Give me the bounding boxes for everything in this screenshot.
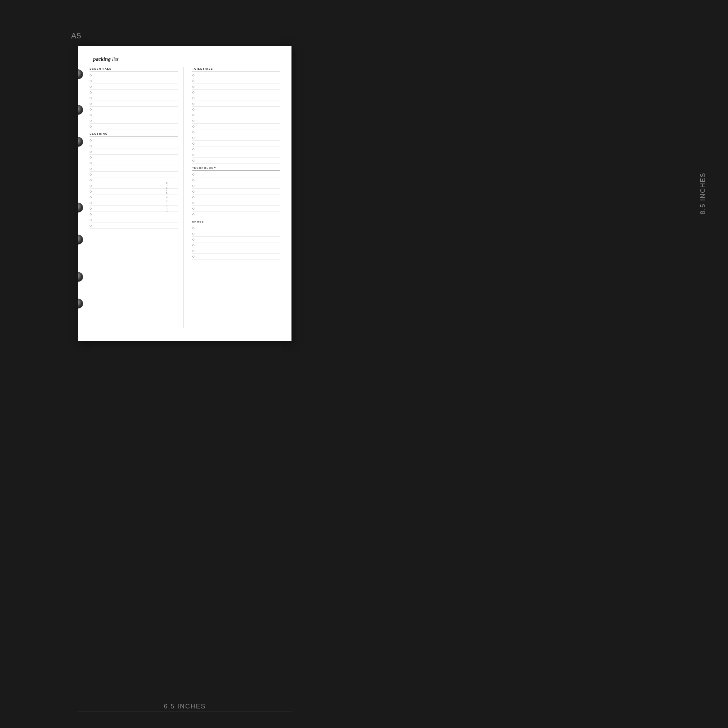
list-item[interactable] [90, 138, 178, 143]
dim-right-line-bottom [703, 217, 703, 341]
list-circle [192, 208, 194, 210]
list-item[interactable] [192, 101, 280, 107]
list-circle [90, 151, 92, 153]
dim-right-label: 8.5 INCHES [699, 173, 707, 214]
list-item[interactable] [192, 211, 280, 217]
list-circle [192, 80, 194, 82]
list-item[interactable] [192, 84, 280, 90]
list-item[interactable] [192, 158, 280, 164]
list-item[interactable] [90, 172, 178, 177]
list-item[interactable] [90, 223, 178, 229]
list-item[interactable] [192, 107, 280, 112]
list-circle [192, 173, 194, 176]
list-item[interactable] [90, 194, 178, 200]
ring-2 [78, 105, 83, 115]
list-item[interactable] [90, 118, 178, 124]
list-item[interactable] [192, 152, 280, 158]
list-item[interactable] [192, 95, 280, 101]
section-header-clothing: CLOTHING [90, 132, 178, 136]
dim-bottom-indicator: 6.5 INCHES [78, 703, 292, 712]
list-item[interactable] [90, 143, 178, 149]
list-item[interactable] [90, 154, 178, 160]
list-circle [192, 255, 194, 258]
list-item[interactable] [192, 72, 280, 78]
list-item[interactable] [90, 217, 178, 223]
list-circle [90, 125, 92, 128]
list-circle [90, 139, 92, 141]
list-item[interactable] [192, 200, 280, 206]
list-item[interactable] [192, 135, 280, 141]
list-item[interactable] [192, 194, 280, 200]
list-item[interactable] [90, 90, 178, 95]
list-circle [90, 208, 92, 210]
list-circle [192, 213, 194, 216]
list-circle [90, 103, 92, 105]
list-item[interactable] [90, 84, 178, 90]
left-column: ESSENTIALS CLOTHING [90, 67, 184, 328]
list-item[interactable] [192, 147, 280, 152]
list-item[interactable] [192, 237, 280, 242]
list-circle [90, 80, 92, 82]
list-item[interactable] [90, 177, 178, 183]
list-item[interactable] [90, 95, 178, 101]
section-header-technology: TECHNOLOGY [192, 166, 280, 171]
list-item[interactable] [90, 211, 178, 217]
list-item[interactable] [90, 124, 178, 129]
list-item[interactable] [192, 254, 280, 260]
list-item[interactable] [90, 78, 178, 84]
list-item[interactable] [90, 101, 178, 107]
list-item[interactable] [192, 248, 280, 254]
list-item[interactable] [90, 183, 178, 189]
list-item[interactable] [90, 160, 178, 166]
list-item[interactable] [90, 112, 178, 118]
page-card: CLOTH & PAPER packing list ESSENTIALS CL… [78, 46, 292, 341]
list-circle [90, 191, 92, 193]
list-item[interactable] [192, 225, 280, 231]
list-circle [90, 109, 92, 110]
list-item[interactable] [90, 189, 178, 194]
list-circle [192, 191, 194, 193]
list-circle [192, 160, 194, 162]
list-circle [90, 179, 92, 181]
list-item[interactable] [90, 107, 178, 112]
dim-bottom-line [78, 712, 292, 712]
list-item[interactable] [192, 189, 280, 194]
list-circle [192, 125, 194, 128]
list-item[interactable] [192, 112, 280, 118]
list-circle [192, 154, 194, 156]
list-circle [192, 86, 194, 88]
list-item[interactable] [90, 200, 178, 206]
list-circle [192, 185, 194, 187]
list-item[interactable] [192, 206, 280, 211]
list-circle [192, 137, 194, 139]
list-circle [192, 239, 194, 241]
list-item[interactable] [192, 177, 280, 183]
list-item[interactable] [192, 231, 280, 237]
list-circle [192, 179, 194, 181]
ring-7 [78, 298, 83, 309]
list-circle [192, 109, 194, 110]
list-item[interactable] [192, 124, 280, 129]
list-circle [90, 156, 92, 159]
list-item[interactable] [192, 242, 280, 248]
list-circle [90, 168, 92, 170]
list-circle [192, 148, 194, 150]
list-item[interactable] [90, 206, 178, 211]
list-circle [192, 91, 194, 93]
list-circle [90, 196, 92, 198]
list-item[interactable] [192, 183, 280, 189]
list-item[interactable] [192, 118, 280, 124]
list-item[interactable] [192, 90, 280, 95]
list-circle [90, 225, 92, 227]
list-item[interactable] [192, 141, 280, 147]
list-circle [90, 173, 92, 176]
list-circle [90, 114, 92, 116]
list-item[interactable] [90, 149, 178, 154]
list-item[interactable] [90, 72, 178, 78]
list-item[interactable] [192, 172, 280, 177]
list-item[interactable] [90, 166, 178, 172]
list-item[interactable] [192, 129, 280, 135]
list-item[interactable] [192, 78, 280, 84]
list-circle [192, 202, 194, 204]
list-circle [90, 219, 92, 221]
